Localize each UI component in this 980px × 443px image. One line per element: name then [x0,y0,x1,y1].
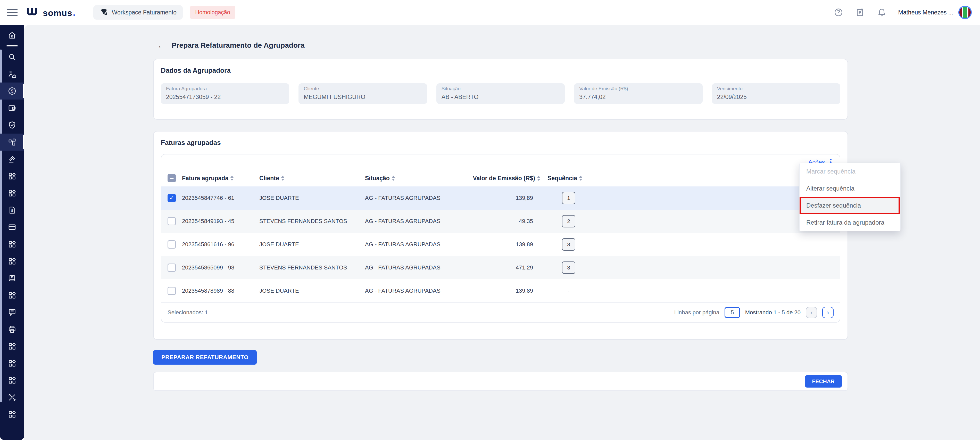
sidebar-item-apps-7[interactable] [0,355,24,372]
gavel-icon [8,155,16,164]
column-header-situacao[interactable]: Situação [365,175,395,182]
user-menu[interactable]: Matheus Menezes ... [898,6,972,19]
cell-fatura: 2023545861616 - 96 [182,241,259,248]
sidebar-item-search[interactable] [0,48,24,65]
sidebar-item-messages[interactable] [0,304,24,321]
bell-icon[interactable] [877,7,887,18]
apps-icon [8,257,16,266]
sidebar-item-apps-2[interactable] [0,185,24,202]
client-home-icon [8,70,16,78]
sidebar-item-apps-6[interactable] [0,338,24,355]
select-all-checkbox[interactable] [167,174,176,182]
cell-cliente: STEVENS FERNANDES SANTOS [259,264,365,271]
cell-situacao: AG - FATURAS AGRUPADAS [365,218,504,225]
showing-range: Mostrando 1 - 5 de 20 [745,309,800,316]
sidebar-item-apps-5[interactable] [0,287,24,304]
column-header-cliente[interactable]: Cliente [259,175,284,182]
page-content: ← Prepara Refaturamento de Agrupadora Da… [153,25,848,391]
sidebar-item-apps-9[interactable] [0,406,24,423]
row-checkbox[interactable] [167,217,176,225]
workspace-icon [100,8,108,17]
table-row[interactable]: 2023545878989 - 88 JOSE DUARTE AG - FATU… [161,279,840,303]
sidebar-item-wallet[interactable] [0,100,24,116]
next-page-button[interactable]: › [822,307,834,318]
pagination: Linhas por página 5 Mostrando 1 - 5 de 2… [674,307,834,318]
sidebar-item-billing[interactable] [0,83,24,100]
app-window: somus . Workspace Faturamento Homologaçã… [0,0,980,443]
row-checkbox[interactable] [167,240,176,249]
sidebar-item-document[interactable] [0,202,24,219]
note-add-icon[interactable] [855,7,865,18]
shell: ← Prepara Refaturamento de Agrupadora Da… [0,25,980,440]
sidebar-item-workflow[interactable] [0,134,24,151]
field-label: Cliente [304,86,422,92]
column-header-valor[interactable]: Valor de Emissão (R$) [473,175,540,182]
logo-text: somus [43,8,72,18]
sidebar-item-home[interactable] [0,27,24,44]
back-arrow-icon[interactable]: ← [157,41,165,49]
sidebar-item-apps-4[interactable] [0,253,24,270]
cell-cliente: STEVENS FERNANDES SANTOS [259,218,365,225]
apps-icon [8,189,16,198]
footer-action-bar: FECHAR [153,372,848,391]
environment-badge: Homologação [190,6,235,19]
sidebar-item-apps-8[interactable] [0,372,24,389]
field-value: 22/09/2025 [717,94,835,100]
row-checkbox[interactable] [167,263,176,272]
table-row[interactable]: ✓ 2023545847746 - 61 JOSE DUARTE AG - FA… [161,186,840,210]
billing-dollar-icon [8,87,16,96]
sidebar-item-apps-3[interactable] [0,236,24,253]
field-value: AB - ABERTO [442,94,560,100]
sequence-box[interactable]: 3 [562,261,575,274]
top-bar: somus . Workspace Faturamento Homologaçã… [0,0,980,25]
agrupadora-fields: Fatura Agrupadora 2025547173059 - 22 Cli… [161,83,840,104]
column-header-fatura[interactable]: Fatura agrupada [182,175,234,182]
help-icon[interactable] [833,7,844,18]
sidebar-item-apps-1[interactable] [0,167,24,185]
cell-valor: 139,89 [504,195,540,201]
sidebar-item-card[interactable] [0,219,24,236]
user-name: Matheus Menezes ... [898,9,953,16]
row-checkbox[interactable] [167,287,176,295]
cell-valor: 139,89 [504,287,540,294]
table-row[interactable]: 2023545865099 - 98 STEVENS FERNANDES SAN… [161,256,840,279]
cell-situacao: AG - FATURAS AGRUPADAS [365,287,504,294]
table-row[interactable]: 2023545861616 - 96 JOSE DUARTE AG - FATU… [161,233,840,256]
row-checkbox[interactable]: ✓ [167,194,176,202]
close-button[interactable]: FECHAR [805,375,842,387]
sequence-box[interactable]: 1 [562,192,575,204]
sort-icon [537,175,540,181]
avatar[interactable] [958,6,972,19]
field-label: Fatura Agrupadora [166,86,284,92]
previous-page-button[interactable]: ‹ [806,307,817,318]
workspace-selector[interactable]: Workspace Faturamento [93,5,183,19]
menu-item-alterar-sequencia[interactable]: Alterar sequência [800,180,900,197]
sort-icon [579,175,582,181]
sidebar-divider [6,45,18,46]
sequence-box[interactable]: 3 [562,238,575,251]
menu-icon[interactable] [7,9,18,16]
rows-per-page-input[interactable]: 5 [725,307,740,318]
sidebar-item-security[interactable] [0,116,24,134]
workflow-icon [8,138,16,147]
document-s-icon [8,206,16,215]
field-situacao: Situação AB - ABERTO [436,83,565,104]
menu-item-desfazer-sequencia[interactable]: Desfazer sequência [800,197,900,214]
field-cliente: Cliente MEGUMI FUSHIGURO [299,83,427,104]
sidebar-item-tools[interactable] [0,389,24,406]
menu-item-retirar-fatura[interactable]: Retirar fatura da agrupadora [800,214,900,231]
field-value: MEGUMI FUSHIGURO [304,94,422,100]
table-header-row: Fatura agrupada Cliente Situação Valor d… [161,170,840,186]
sequence-box[interactable]: 2 [562,215,575,228]
actions-context-menu: Marcar sequência Alterar sequência Desfa… [799,163,900,231]
sort-icon [231,175,234,181]
sidebar-item-clients[interactable] [0,65,24,83]
column-header-sequencia[interactable]: Sequência [547,175,582,182]
sidebar-item-legal[interactable] [0,151,24,167]
sidebar-item-print[interactable] [0,321,24,338]
sidebar-item-terminal[interactable] [0,270,24,287]
prepare-refaturamento-button[interactable]: PREPARAR REFATURAMENTO [153,350,257,365]
table-row[interactable]: 2023545849193 - 45 STEVENS FERNANDES SAN… [161,210,840,233]
search-icon [8,53,16,61]
field-label: Vencimento [717,86,835,92]
